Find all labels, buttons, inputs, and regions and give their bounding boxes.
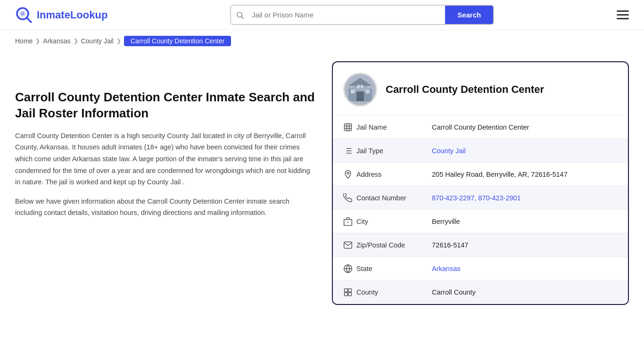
value-jail-name: Carroll County Detention Center [432,123,618,131]
svg-rect-10 [351,90,355,93]
description-para-2: Below we have given information about th… [15,196,317,219]
svg-rect-31 [345,289,348,292]
svg-rect-12 [357,85,360,88]
logo[interactable]: InmateLookup [15,6,107,24]
info-row-jail-type: Jail Type County Jail [333,139,628,163]
info-card: Carroll County Detention Center Jail Nam… [332,61,629,305]
info-card-header: Carroll County Detention Center [333,62,628,115]
value-jail-type[interactable]: County Jail [432,147,618,155]
info-row-city: City Berryville [333,210,628,233]
breadcrumb-current: Carroll County Detention Center [124,36,231,46]
info-row-state: State Arkansas [333,257,628,280]
label-zip: Zip/Postal Code [356,241,432,249]
svg-rect-11 [366,90,370,93]
svg-marker-8 [348,78,372,86]
description-para-1: Carroll County Detention Center is a hig… [15,130,317,188]
left-panel: Carroll County Detention Center Inmate S… [15,61,317,305]
breadcrumb-home[interactable]: Home [15,37,33,45]
state-link[interactable]: Arkansas [432,265,460,272]
search-bar: Search [230,5,494,25]
county-icon [343,288,356,297]
list-icon [343,146,356,156]
svg-line-2 [27,18,31,22]
main-content: Carroll County Detention Center Inmate S… [0,52,644,324]
info-row-address: Address 205 Hailey Road, Berryville, AR,… [333,163,628,186]
value-state[interactable]: Arkansas [432,265,618,272]
hamburger-line-3 [617,18,629,19]
breadcrumb-arkansas[interactable]: Arkansas [43,37,70,45]
search-icon [231,11,249,19]
breadcrumb-sep-3: ❯ [116,38,121,44]
label-state: State [356,265,432,272]
value-county: Carroll County [432,288,618,296]
hamburger-line-1 [617,10,629,12]
value-zip: 72616-5147 [432,241,618,249]
svg-rect-9 [356,91,364,101]
label-jail-name: Jail Name [356,123,432,131]
jail-icon [343,123,356,132]
city-icon [343,217,356,226]
label-contact: Contact Number [356,194,432,202]
hamburger-menu[interactable] [617,10,629,19]
jail-type-link[interactable]: County Jail [432,147,466,155]
logo-text: InmateLookup [37,9,107,21]
svg-point-25 [347,172,349,174]
info-table: Jail Name Carroll County Detention Cente… [333,115,628,304]
hamburger-line-2 [617,14,629,16]
svg-rect-14 [345,123,352,131]
svg-rect-34 [348,293,352,296]
info-row-contact: Contact Number 870-423-2297, 870-423-290… [333,186,628,210]
right-panel: Carroll County Detention Center Jail Nam… [332,61,629,305]
info-row-county: County Carroll County [333,280,628,304]
globe-icon [343,264,356,273]
header: InmateLookup Search [0,0,644,30]
value-city: Berryville [432,218,618,225]
breadcrumb: Home ❯ Arkansas ❯ County Jail ❯ Carroll … [0,30,644,52]
facility-avatar-image [346,75,374,104]
svg-rect-32 [348,289,352,292]
label-jail-type: Jail Type [356,147,432,155]
facility-avatar [343,73,377,107]
label-county: County [356,288,432,296]
info-row-zip: Zip/Postal Code 72616-5147 [333,233,628,257]
value-address: 205 Hailey Road, Berryville, AR, 72616-5… [432,171,618,178]
value-contact[interactable]: 870-423-2297, 870-423-2901 [432,194,618,202]
breadcrumb-county-jail[interactable]: County Jail [81,37,114,45]
svg-point-3 [21,12,25,16]
search-input[interactable] [249,6,445,24]
search-button[interactable]: Search [445,6,493,24]
label-city: City [356,218,432,225]
svg-line-5 [242,16,244,18]
contact-link[interactable]: 870-423-2297, 870-423-2901 [432,194,521,202]
pin-icon [343,170,356,179]
info-row-jail-name: Jail Name Carroll County Detention Cente… [333,115,628,139]
svg-rect-33 [345,293,348,296]
info-card-title: Carroll County Detention Center [386,83,544,96]
svg-rect-13 [361,85,363,88]
page-title: Carroll County Detention Center Inmate S… [15,90,317,122]
mail-icon [343,240,356,250]
label-address: Address [356,171,432,178]
logo-icon [15,6,33,24]
breadcrumb-sep-1: ❯ [35,38,40,44]
breadcrumb-sep-2: ❯ [74,38,78,44]
phone-icon [343,193,356,203]
